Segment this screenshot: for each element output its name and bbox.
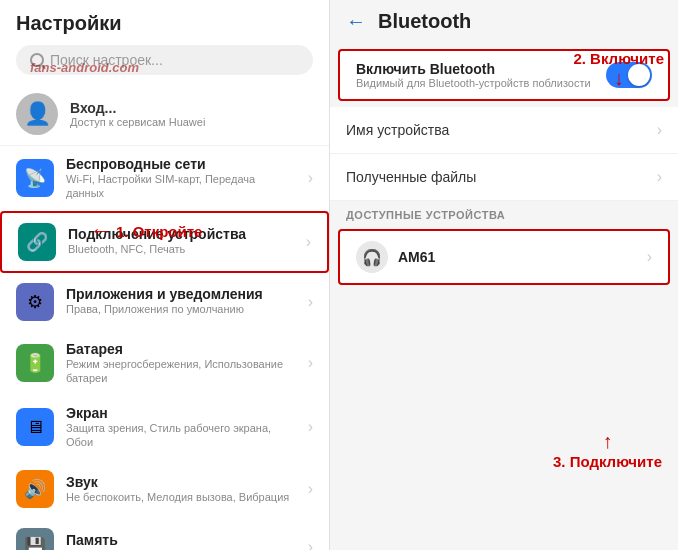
- device-connection-icon-box: 🔗: [18, 223, 56, 261]
- bt-enable-sub: Видимый для Bluetooth-устройств поблизос…: [356, 77, 591, 89]
- device-name-row[interactable]: Имя устройства ›: [330, 107, 678, 154]
- bt-enable-title: Включить Bluetooth: [356, 61, 591, 77]
- display-text: Экран Защита зрения, Стиль рабочего экра…: [66, 405, 296, 450]
- device-info: 🎧 AM61: [356, 241, 435, 273]
- sound-icon-box: 🔊: [16, 470, 54, 508]
- menu-item-battery[interactable]: 🔋 Батарея Режим энергосбережения, Исполь…: [0, 331, 329, 396]
- profile-text: Вход... Доступ к сервисам Huawei: [70, 100, 205, 128]
- storage-text: Память Память, Очистка памяти: [66, 532, 296, 550]
- headphone-glyph: 🎧: [362, 248, 382, 267]
- headphone-icon: 🎧: [356, 241, 388, 273]
- profile-sub: Доступ к сервисам Huawei: [70, 116, 205, 128]
- wireless-text: Беспроводные сети Wi-Fi, Настройки SIM-к…: [66, 156, 296, 201]
- menu-item-wireless[interactable]: 📡 Беспроводные сети Wi-Fi, Настройки SIM…: [0, 146, 329, 211]
- display-sub: Защита зрения, Стиль рабочего экрана, Об…: [66, 421, 296, 450]
- apps-sub: Права, Приложения по умолчанию: [66, 302, 296, 316]
- step1-text: 1. Откройте: [116, 223, 202, 240]
- step3-label: ↑ 3. Подключите: [553, 430, 662, 470]
- step1-label: ← 1. Откройте: [90, 218, 202, 244]
- apps-chevron: ›: [308, 293, 313, 311]
- search-placeholder: Поиск настроек...: [50, 52, 163, 68]
- wireless-sub: Wi-Fi, Настройки SIM-карт, Передача данн…: [66, 172, 296, 201]
- battery-icon: 🔋: [24, 352, 46, 374]
- bt-enable-text: Включить Bluetooth Видимый для Bluetooth…: [356, 61, 591, 89]
- back-button[interactable]: ←: [346, 10, 366, 33]
- profile-row[interactable]: 👤 Вход... Доступ к сервисам Huawei: [0, 83, 329, 146]
- battery-chevron: ›: [308, 354, 313, 372]
- sound-text: Звук Не беспокоить, Мелодия вызова, Вибр…: [66, 474, 296, 504]
- sound-title: Звук: [66, 474, 296, 490]
- profile-name: Вход...: [70, 100, 205, 116]
- menu-item-storage[interactable]: 💾 Память Память, Очистка памяти ›: [0, 518, 329, 550]
- apps-title: Приложения и уведомления: [66, 286, 296, 302]
- menu-item-display[interactable]: 🖥 Экран Защита зрения, Стиль рабочего эк…: [0, 395, 329, 460]
- device-name-chevron: ›: [657, 121, 662, 139]
- step2-label: 2. Включите ↓: [573, 50, 664, 90]
- device-am61-row[interactable]: 🎧 AM61 ›: [338, 229, 670, 285]
- menu-item-apps[interactable]: ⚙ Приложения и уведомления Права, Прилож…: [0, 273, 329, 331]
- wireless-chevron: ›: [308, 169, 313, 187]
- sound-icon: 🔊: [24, 478, 46, 500]
- avatar: 👤: [16, 93, 58, 135]
- device-name-label: Имя устройства: [346, 122, 449, 138]
- available-devices-section: ДОСТУПНЫЕ УСТРОЙСТВА: [330, 201, 678, 225]
- received-files-label: Полученные файлы: [346, 169, 476, 185]
- menu-list: 📡 Беспроводные сети Wi-Fi, Настройки SIM…: [0, 146, 329, 550]
- battery-title: Батарея: [66, 341, 296, 357]
- menu-item-sound[interactable]: 🔊 Звук Не беспокоить, Мелодия вызова, Ви…: [0, 460, 329, 518]
- display-icon-box: 🖥: [16, 408, 54, 446]
- left-panel: Настройки Поиск настроек... 👤 Вход... До…: [0, 0, 330, 550]
- available-devices-label: ДОСТУПНЫЕ УСТРОЙСТВА: [346, 209, 505, 221]
- bluetooth-title: Bluetooth: [378, 10, 471, 33]
- display-chevron: ›: [308, 418, 313, 436]
- step3-arrow-up: ↑: [602, 430, 612, 453]
- sound-sub: Не беспокоить, Мелодия вызова, Вибрация: [66, 490, 296, 504]
- sound-chevron: ›: [308, 480, 313, 498]
- display-icon: 🖥: [26, 417, 44, 438]
- received-files-row[interactable]: Полученные файлы ›: [330, 154, 678, 201]
- device-connection-icon: 🔗: [26, 231, 48, 253]
- wireless-icon: 📡: [24, 167, 46, 189]
- avatar-icon: 👤: [24, 101, 51, 127]
- wireless-title: Беспроводные сети: [66, 156, 296, 172]
- storage-chevron: ›: [308, 538, 313, 550]
- apps-text: Приложения и уведомления Права, Приложен…: [66, 286, 296, 316]
- apps-icon-box: ⚙: [16, 283, 54, 321]
- step2-text: 2. Включите: [573, 50, 664, 67]
- step2-arrow: ↓: [614, 67, 624, 90]
- storage-icon: 💾: [24, 536, 46, 550]
- device-name: AM61: [398, 249, 435, 265]
- right-panel: ← Bluetooth Включить Bluetooth Видимый д…: [330, 0, 678, 550]
- received-files-chevron: ›: [657, 168, 662, 186]
- step1-arrow: ←: [90, 218, 112, 244]
- right-header: ← Bluetooth: [330, 0, 678, 43]
- apps-icon: ⚙: [27, 291, 43, 313]
- settings-title: Настройки: [16, 12, 313, 35]
- battery-icon-box: 🔋: [16, 344, 54, 382]
- device-chevron: ›: [647, 248, 652, 266]
- battery-text: Батарея Режим энергосбережения, Использо…: [66, 341, 296, 386]
- device-connection-sub: Bluetooth, NFC, Печать: [68, 242, 294, 256]
- storage-title: Память: [66, 532, 296, 548]
- wireless-icon-box: 📡: [16, 159, 54, 197]
- search-box[interactable]: Поиск настроек...: [16, 45, 313, 75]
- display-title: Экран: [66, 405, 296, 421]
- search-icon: [30, 53, 44, 67]
- device-connection-chevron: ›: [306, 233, 311, 251]
- left-header: Настройки Поиск настроек...: [0, 0, 329, 83]
- battery-sub: Режим энергосбережения, Использование ба…: [66, 357, 296, 386]
- storage-icon-box: 💾: [16, 528, 54, 550]
- step3-text: 3. Подключите: [553, 453, 662, 470]
